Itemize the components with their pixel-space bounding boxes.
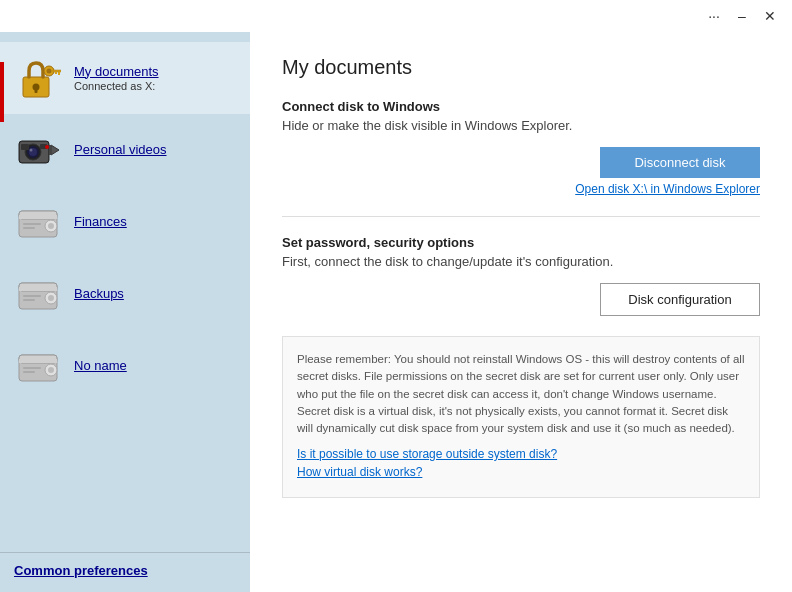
- sidebar-accent: [0, 62, 4, 122]
- titlebar: ··· – ✕: [0, 0, 792, 32]
- info-text: Please remember: You should not reinstal…: [297, 351, 745, 437]
- svg-rect-35: [19, 359, 57, 363]
- svg-marker-17: [51, 145, 59, 155]
- svg-rect-25: [23, 227, 35, 229]
- sidebar: My documents Connected as X:: [0, 32, 250, 592]
- section2-btn-row: Disk configuration: [282, 283, 760, 316]
- svg-rect-21: [19, 215, 57, 219]
- svg-rect-31: [23, 295, 41, 297]
- drive-backups-icon: [12, 268, 64, 320]
- svg-rect-6: [58, 72, 60, 75]
- svg-point-13: [30, 149, 33, 152]
- sidebar-item-finances[interactable]: Finances: [0, 186, 250, 258]
- disconnect-disk-button[interactable]: Disconnect disk: [600, 147, 760, 178]
- disk-configuration-button[interactable]: Disk configuration: [600, 283, 760, 316]
- info-box: Please remember: You should not reinstal…: [282, 336, 760, 498]
- sidebar-item-my-documents[interactable]: My documents Connected as X:: [0, 42, 250, 114]
- section1-btn-row: Disconnect disk: [282, 147, 760, 178]
- sidebar-item-personal-videos[interactable]: Personal videos: [0, 114, 250, 186]
- section1-title: Connect disk to Windows: [282, 99, 760, 114]
- svg-rect-39: [23, 371, 35, 373]
- main-content: My documents Connect disk to Windows Hid…: [250, 32, 792, 592]
- section-connect-disk: Connect disk to Windows Hide or make the…: [282, 99, 760, 196]
- svg-rect-7: [55, 72, 57, 74]
- svg-rect-24: [23, 223, 41, 225]
- app-container: My documents Connected as X:: [0, 32, 792, 592]
- svg-rect-18: [49, 145, 52, 155]
- svg-rect-5: [53, 70, 61, 72]
- svg-rect-32: [23, 299, 35, 301]
- page-title: My documents: [282, 56, 760, 79]
- section2-desc: First, connect the disk to change/update…: [282, 254, 760, 269]
- open-disk-explorer-link[interactable]: Open disk X:\ in Windows Explorer: [575, 182, 760, 196]
- drive-finances-icon: [12, 196, 64, 248]
- svg-point-23: [48, 223, 54, 229]
- sidebar-item-my-documents-text: My documents Connected as X:: [74, 64, 159, 93]
- svg-point-15: [45, 145, 49, 149]
- sidebar-footer: Common preferences: [0, 552, 250, 592]
- section2-title: Set password, security options: [282, 235, 760, 250]
- svg-point-30: [48, 295, 54, 301]
- svg-point-4: [47, 69, 52, 74]
- svg-rect-28: [19, 287, 57, 291]
- section-divider: [282, 216, 760, 217]
- storage-outside-link[interactable]: Is it possible to use storage outside sy…: [297, 447, 745, 461]
- svg-rect-16: [21, 144, 29, 150]
- virtual-disk-link[interactable]: How virtual disk works?: [297, 465, 745, 479]
- svg-rect-2: [35, 88, 38, 93]
- common-preferences-link[interactable]: Common preferences: [14, 563, 148, 578]
- section1-link-row: Open disk X:\ in Windows Explorer: [282, 182, 760, 196]
- more-button[interactable]: ···: [700, 2, 728, 30]
- sidebar-item-no-name[interactable]: No name: [0, 330, 250, 402]
- camera-icon: [12, 124, 64, 176]
- minimize-button[interactable]: –: [728, 2, 756, 30]
- close-button[interactable]: ✕: [756, 2, 784, 30]
- svg-point-37: [48, 367, 54, 373]
- sidebar-item-backups[interactable]: Backups: [0, 258, 250, 330]
- sidebar-spacer: [0, 402, 250, 552]
- drive-noname-icon: [12, 340, 64, 392]
- lock-icon: [12, 52, 64, 104]
- section1-desc: Hide or make the disk visible in Windows…: [282, 118, 760, 133]
- section-password: Set password, security options First, co…: [282, 235, 760, 316]
- svg-rect-38: [23, 367, 41, 369]
